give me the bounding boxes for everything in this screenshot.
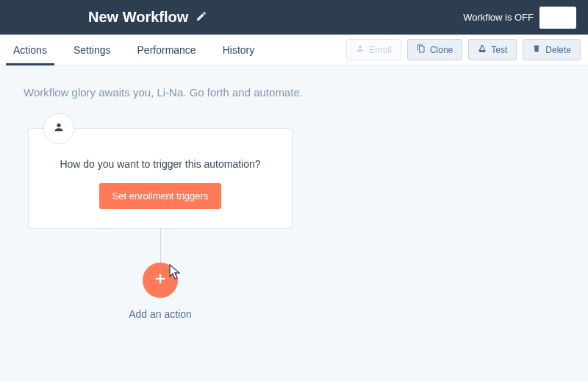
test-label: Test [491,45,507,55]
clone-label: Clone [430,45,453,55]
flow-column: How do you want to trigger this automati… [28,128,293,320]
edit-title-icon[interactable] [196,10,207,25]
add-action-button[interactable] [143,263,178,298]
contact-badge [43,113,74,144]
plus-icon [152,271,168,290]
clone-button[interactable]: Clone [407,39,462,60]
delete-icon [532,44,541,55]
enroll-icon [356,44,365,55]
tab-actions-label: Actions [13,44,47,56]
enroll-label: Enroll [369,45,392,55]
workflow-title: New Workflow [88,9,188,26]
set-enrollment-triggers-button[interactable]: Set enrollment triggers [99,183,222,209]
tab-settings-label: Settings [74,44,111,56]
tab-performance[interactable]: Performance [124,35,209,65]
person-icon [53,121,65,136]
tab-actions[interactable]: Actions [0,35,60,65]
workflow-status-text: Workflow is OFF [463,12,534,23]
title-wrap: New Workflow [88,9,207,26]
test-icon [478,44,487,55]
workflow-toggle[interactable] [539,7,576,29]
clone-icon [417,44,426,55]
welcome-text: Workflow glory awaits you, Li-Na. Go for… [24,86,564,99]
tabs: Actions Settings Performance History [0,35,268,65]
tab-history[interactable]: History [209,35,268,65]
trigger-card: How do you want to trigger this automati… [28,128,293,229]
nav-row: Actions Settings Performance History Enr… [0,35,588,65]
top-bar: New Workflow Workflow is OFF [0,0,588,35]
tab-settings[interactable]: Settings [60,35,124,65]
connector-line [160,229,161,263]
enroll-button: Enroll [346,39,401,60]
workflow-canvas: Workflow glory awaits you, Li-Na. Go for… [0,65,588,381]
delete-label: Delete [545,45,571,55]
add-action-label: Add an action [129,308,192,320]
test-button[interactable]: Test [468,39,517,60]
status-wrap: Workflow is OFF [463,7,576,29]
trigger-question: How do you want to trigger this automati… [43,158,277,170]
delete-button[interactable]: Delete [523,39,581,60]
nav-actions: Enroll Clone Test Delete [346,39,581,60]
tab-history-label: History [223,44,255,56]
tab-performance-label: Performance [137,44,196,56]
